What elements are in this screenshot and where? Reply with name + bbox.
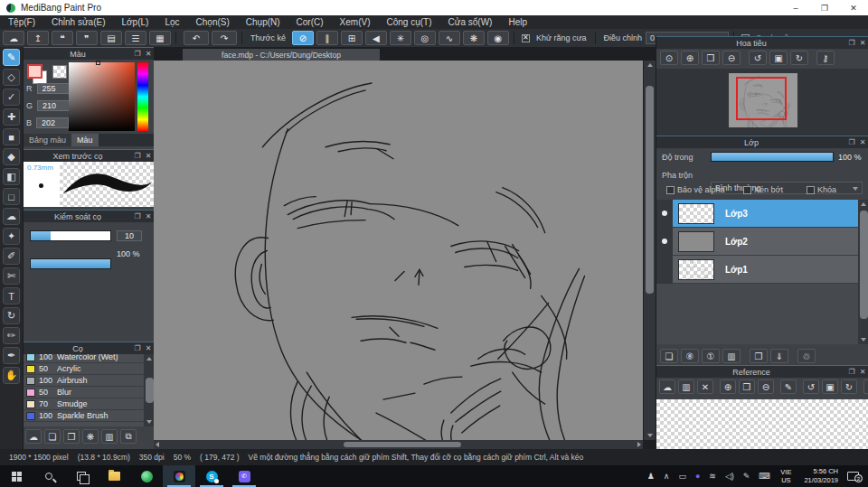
zoom-in-icon[interactable]: ⊕ xyxy=(681,51,699,65)
menu-layer[interactable]: Lớp(L) xyxy=(114,15,157,29)
popout-icon[interactable]: ❐ xyxy=(846,368,857,376)
parallel-ruler-icon[interactable]: ∥ xyxy=(316,31,338,45)
viber-tray-icon[interactable]: ● xyxy=(695,473,700,481)
layer-visibility-toggle[interactable] xyxy=(656,228,673,256)
redo-button[interactable]: ↷ xyxy=(212,31,237,45)
canvas-viewport[interactable] xyxy=(154,61,643,440)
coccoc-browser-button[interactable] xyxy=(130,465,163,487)
lasso-tool[interactable]: ☁ xyxy=(3,208,20,225)
new-brush-icon[interactable]: ❏ xyxy=(44,429,61,444)
brush-item[interactable]: 100Airbrush xyxy=(24,375,144,387)
brush-tool[interactable]: ✎ xyxy=(3,49,20,66)
close-icon[interactable]: ✕ xyxy=(143,50,154,58)
r-value-field[interactable]: 255 xyxy=(37,83,70,94)
material-grid-icon[interactable]: ▦ xyxy=(149,31,171,45)
new-folder-icon[interactable]: ▥ xyxy=(722,349,741,363)
no-ruler-icon[interactable]: ⊘ xyxy=(292,31,314,45)
new-layer-icon[interactable]: ❏ xyxy=(660,349,678,363)
layer-row[interactable]: Lớp1 xyxy=(656,256,858,284)
protect-alpha-checkbox[interactable]: Bảo vệ alpha xyxy=(664,185,725,194)
rotate-right-icon[interactable]: ↻ xyxy=(841,379,857,394)
file-explorer-button[interactable] xyxy=(98,465,130,487)
menu-window[interactable]: Cửa sổ(W) xyxy=(440,15,501,29)
open-folder-icon[interactable]: ▥ xyxy=(678,379,694,394)
gradient-tool[interactable]: ◧ xyxy=(3,168,20,185)
layer-visibility-toggle[interactable] xyxy=(656,200,673,228)
taskbar-clock[interactable]: 5:56 CH21/03/2019 xyxy=(804,467,838,485)
text-tool[interactable]: T xyxy=(3,287,20,304)
menu-tools[interactable]: Công cụ(T) xyxy=(378,15,439,29)
lock-checkbox[interactable]: Khóa xyxy=(804,185,836,194)
volume-icon[interactable]: ◁) xyxy=(725,473,734,481)
chevron-up-icon[interactable]: ∧ xyxy=(664,473,670,481)
popout-icon[interactable]: ❐ xyxy=(846,138,857,146)
zoom-out-icon[interactable]: ⊖ xyxy=(758,379,774,394)
rotate-right-icon[interactable]: ↻ xyxy=(790,51,808,65)
shape-brush-tool[interactable]: ■ xyxy=(3,128,20,145)
clipping-checkbox[interactable]: Xén bớt xyxy=(741,185,783,194)
navigator-thumbnail[interactable] xyxy=(729,73,797,127)
merge-layer-icon[interactable]: ⇓ xyxy=(770,349,788,363)
zoom-in-icon[interactable]: ⊕ xyxy=(720,379,736,394)
transform-tool[interactable]: ↻ xyxy=(3,307,20,324)
bucket-tool[interactable]: ◆ xyxy=(3,148,20,165)
brush-size-value[interactable]: 10 xyxy=(117,230,142,241)
layer-list-scrollbar[interactable] xyxy=(858,200,868,344)
action-center-button[interactable]: 2 xyxy=(847,472,859,481)
panel-list-icon[interactable]: ☰ xyxy=(125,31,146,45)
brush-folder-icon[interactable]: ▥ xyxy=(101,429,118,444)
new-8bit-layer-icon[interactable]: ⑧ xyxy=(681,349,699,363)
reset-rotation-icon[interactable]: ▣ xyxy=(822,379,838,394)
lock-icon[interactable]: ⚷ xyxy=(816,51,835,65)
eraser-tool[interactable]: ◇ xyxy=(3,69,20,86)
brush-opacity-slider[interactable] xyxy=(30,258,111,269)
lock-icon[interactable]: ⚷ xyxy=(863,379,868,394)
b-value-field[interactable]: 202 xyxy=(36,117,69,128)
cloud-icon[interactable]: ☁ xyxy=(3,31,24,45)
blend-mode-dropdown[interactable]: Bình thường xyxy=(711,182,863,194)
minimize-button[interactable]: – xyxy=(781,0,810,15)
cross-ruler-icon[interactable]: ✳ xyxy=(390,31,411,45)
brush-item[interactable]: 50Blur xyxy=(24,387,144,398)
menu-cor[interactable]: Cor(C) xyxy=(288,15,332,29)
delete-layer-icon[interactable]: ♲ xyxy=(797,349,816,363)
undo-button[interactable]: ↶ xyxy=(184,31,209,45)
popout-icon[interactable]: ❐ xyxy=(132,50,143,58)
layer-row[interactable]: Lớp3 xyxy=(656,200,858,228)
task-view-button[interactable] xyxy=(65,465,98,487)
cloud-download-icon[interactable]: ☁ xyxy=(25,429,42,444)
close-icon[interactable]: ✕ xyxy=(857,138,868,146)
brush-item[interactable]: 50Acrylic xyxy=(24,363,144,375)
magic-wand-tool[interactable]: ✦ xyxy=(3,228,20,245)
chat-icon[interactable]: ❞ xyxy=(76,31,98,45)
brush-duplicate-icon[interactable]: ⧉ xyxy=(120,429,137,444)
menu-view[interactable]: Xem(V) xyxy=(332,15,379,29)
new-1bit-layer-icon[interactable]: ① xyxy=(702,349,720,363)
popout-icon[interactable]: ❐ xyxy=(132,344,143,352)
popout-icon[interactable]: ❐ xyxy=(132,152,143,160)
zoom-out-icon[interactable]: ⊖ xyxy=(722,51,741,65)
ink-pen-icon[interactable]: ✎ xyxy=(743,473,750,481)
gear-ruler-icon[interactable]: ❋ xyxy=(463,31,485,45)
popout-icon[interactable]: ❐ xyxy=(846,39,857,47)
rotate-left-icon[interactable]: ↺ xyxy=(749,51,767,65)
close-icon[interactable]: ✕ xyxy=(143,152,154,160)
people-icon[interactable]: ♟ xyxy=(647,473,655,481)
restore-button[interactable]: ❐ xyxy=(810,0,839,15)
circle-ruler-icon[interactable]: ◉ xyxy=(487,31,509,45)
language-indicator[interactable]: VIEUS xyxy=(780,468,791,484)
close-icon[interactable]: ✕ xyxy=(857,368,868,376)
clear-icon[interactable]: ✕ xyxy=(697,379,713,394)
fit-screen-icon[interactable]: ❒ xyxy=(739,379,755,394)
paintbrush-tool[interactable]: ✏ xyxy=(3,327,20,344)
menu-filter[interactable]: Lọc xyxy=(156,15,187,29)
select-pen-tool[interactable]: ✐ xyxy=(3,248,20,265)
menu-file[interactable]: Tệp(F) xyxy=(0,15,43,29)
taskbar-search-button[interactable] xyxy=(33,465,65,487)
close-icon[interactable]: ✕ xyxy=(143,212,154,220)
canvas-vertical-scrollbar[interactable] xyxy=(644,61,656,440)
close-icon[interactable]: ✕ xyxy=(143,344,154,352)
layer-row[interactable]: Lớp2 xyxy=(656,228,858,256)
viber-taskbar-button[interactable]: ✆ xyxy=(228,465,260,487)
keyboard-icon[interactable]: ⌨ xyxy=(759,473,770,481)
